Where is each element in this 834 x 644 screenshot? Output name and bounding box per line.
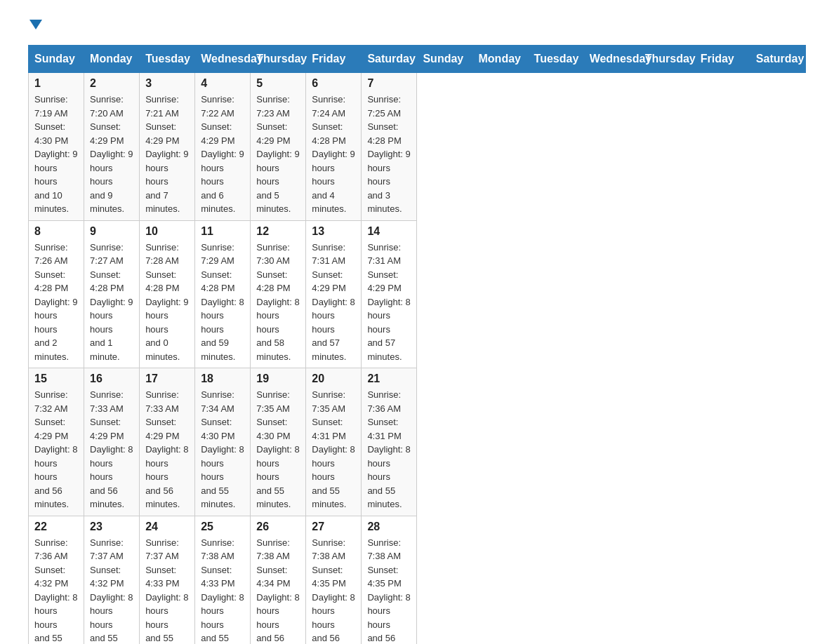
day-info: Sunrise: 7:38 AMSunset: 4:34 PMDaylight:… [256,536,300,645]
day-number: 8 [34,225,78,238]
day-number: 15 [34,373,78,385]
col-header-sunday: Sunday [29,46,84,73]
calendar-cell: 15 Sunrise: 7:32 AMSunset: 4:29 PMDaylig… [29,368,84,516]
week-row-4: 22 Sunrise: 7:36 AMSunset: 4:32 PMDaylig… [29,516,806,644]
day-number: 12 [256,225,300,238]
col-header-wednesday: Wednesday [195,46,251,73]
calendar-cell: 9 Sunrise: 7:27 AMSunset: 4:28 PMDayligh… [84,220,140,368]
logo [28,21,42,31]
day-number: 10 [145,225,189,238]
logo-triangle-icon [29,20,42,29]
day-info: Sunrise: 7:36 AMSunset: 4:32 PMDaylight:… [34,536,78,645]
calendar-cell: 17 Sunrise: 7:33 AMSunset: 4:29 PMDaylig… [140,368,195,516]
day-number: 7 [367,77,411,90]
day-info: Sunrise: 7:38 AMSunset: 4:35 PMDaylight:… [312,536,355,645]
week-row-3: 15 Sunrise: 7:32 AMSunset: 4:29 PMDaylig… [29,368,806,516]
day-info: Sunrise: 7:32 AMSunset: 4:29 PMDaylight:… [34,388,78,511]
day-info: Sunrise: 7:33 AMSunset: 4:29 PMDaylight:… [90,388,133,511]
calendar-cell: 2 Sunrise: 7:20 AMSunset: 4:29 PMDayligh… [84,73,140,221]
week-row-1: 1 Sunrise: 7:19 AMSunset: 4:30 PMDayligh… [29,73,806,221]
day-info: Sunrise: 7:33 AMSunset: 4:29 PMDaylight:… [145,388,189,511]
day-info: Sunrise: 7:37 AMSunset: 4:33 PMDaylight:… [145,536,189,645]
col-header-thursday: Thursday [251,46,306,73]
page-header [28,21,806,31]
day-number: 4 [201,77,244,90]
day-number: 9 [90,225,133,238]
calendar-cell: 3 Sunrise: 7:21 AMSunset: 4:29 PMDayligh… [140,73,195,221]
day-number: 16 [90,373,133,385]
col-header-wednesday: Wednesday [583,46,639,73]
day-number: 24 [145,521,189,533]
calendar-header-row: SundayMondayTuesdayWednesdayThursdayFrid… [29,46,806,73]
day-number: 6 [312,77,355,90]
day-number: 23 [90,521,133,533]
calendar-cell: 22 Sunrise: 7:36 AMSunset: 4:32 PMDaylig… [29,516,84,644]
day-number: 21 [367,373,411,385]
day-number: 22 [34,521,78,533]
logo-general [28,21,42,31]
day-number: 13 [312,225,355,238]
day-number: 3 [145,77,189,90]
day-number: 11 [201,225,244,238]
calendar-cell: 23 Sunrise: 7:37 AMSunset: 4:32 PMDaylig… [84,516,140,644]
day-info: Sunrise: 7:25 AMSunset: 4:28 PMDaylight:… [367,93,411,216]
day-info: Sunrise: 7:35 AMSunset: 4:30 PMDaylight:… [256,388,300,511]
calendar-cell: 6 Sunrise: 7:24 AMSunset: 4:28 PMDayligh… [306,73,362,221]
calendar-cell: 21 Sunrise: 7:36 AMSunset: 4:31 PMDaylig… [362,368,417,516]
calendar-cell: 11 Sunrise: 7:29 AMSunset: 4:28 PMDaylig… [195,220,251,368]
calendar-cell: 1 Sunrise: 7:19 AMSunset: 4:30 PMDayligh… [29,73,84,221]
calendar-cell: 27 Sunrise: 7:38 AMSunset: 4:35 PMDaylig… [306,516,362,644]
day-info: Sunrise: 7:36 AMSunset: 4:31 PMDaylight:… [367,388,411,511]
col-header-thursday: Thursday [639,46,694,73]
calendar-cell: 20 Sunrise: 7:35 AMSunset: 4:31 PMDaylig… [306,368,362,516]
day-info: Sunrise: 7:20 AMSunset: 4:29 PMDaylight:… [90,93,133,216]
day-info: Sunrise: 7:24 AMSunset: 4:28 PMDaylight:… [312,93,355,216]
day-number: 2 [90,77,133,90]
day-number: 17 [145,373,189,385]
day-info: Sunrise: 7:23 AMSunset: 4:29 PMDaylight:… [256,93,300,216]
day-info: Sunrise: 7:37 AMSunset: 4:32 PMDaylight:… [90,536,133,645]
day-info: Sunrise: 7:30 AMSunset: 4:28 PMDaylight:… [256,241,300,364]
day-info: Sunrise: 7:31 AMSunset: 4:29 PMDaylight:… [367,241,411,364]
day-info: Sunrise: 7:26 AMSunset: 4:28 PMDaylight:… [34,241,78,364]
calendar-table: SundayMondayTuesdayWednesdayThursdayFrid… [28,45,806,644]
day-info: Sunrise: 7:21 AMSunset: 4:29 PMDaylight:… [145,93,189,216]
calendar-cell: 13 Sunrise: 7:31 AMSunset: 4:29 PMDaylig… [306,220,362,368]
col-header-monday: Monday [472,46,528,73]
day-info: Sunrise: 7:19 AMSunset: 4:30 PMDaylight:… [34,93,78,216]
day-number: 20 [312,373,355,385]
col-header-saturday: Saturday [362,46,417,73]
day-info: Sunrise: 7:22 AMSunset: 4:29 PMDaylight:… [201,93,244,216]
calendar-cell: 10 Sunrise: 7:28 AMSunset: 4:28 PMDaylig… [140,220,195,368]
calendar-cell: 14 Sunrise: 7:31 AMSunset: 4:29 PMDaylig… [362,220,417,368]
day-number: 5 [256,77,300,90]
day-number: 27 [312,521,355,533]
calendar-cell: 18 Sunrise: 7:34 AMSunset: 4:30 PMDaylig… [195,368,251,516]
calendar-cell: 24 Sunrise: 7:37 AMSunset: 4:33 PMDaylig… [140,516,195,644]
day-info: Sunrise: 7:31 AMSunset: 4:29 PMDaylight:… [312,241,355,364]
col-header-sunday: Sunday [417,46,472,73]
calendar-cell: 28 Sunrise: 7:38 AMSunset: 4:35 PMDaylig… [362,516,417,644]
calendar-cell: 4 Sunrise: 7:22 AMSunset: 4:29 PMDayligh… [195,73,251,221]
calendar-cell: 25 Sunrise: 7:38 AMSunset: 4:33 PMDaylig… [195,516,251,644]
day-number: 1 [34,77,78,90]
day-info: Sunrise: 7:35 AMSunset: 4:31 PMDaylight:… [312,388,355,511]
day-number: 14 [367,225,411,238]
day-info: Sunrise: 7:34 AMSunset: 4:30 PMDaylight:… [201,388,244,511]
week-row-2: 8 Sunrise: 7:26 AMSunset: 4:28 PMDayligh… [29,220,806,368]
day-number: 19 [256,373,300,385]
calendar-cell: 5 Sunrise: 7:23 AMSunset: 4:29 PMDayligh… [251,73,306,221]
calendar-cell: 12 Sunrise: 7:30 AMSunset: 4:28 PMDaylig… [251,220,306,368]
day-number: 26 [256,521,300,533]
day-info: Sunrise: 7:38 AMSunset: 4:35 PMDaylight:… [367,536,411,645]
day-number: 28 [367,521,411,533]
day-info: Sunrise: 7:29 AMSunset: 4:28 PMDaylight:… [201,241,244,364]
calendar-cell: 8 Sunrise: 7:26 AMSunset: 4:28 PMDayligh… [29,220,84,368]
day-number: 25 [201,521,244,533]
calendar-cell: 26 Sunrise: 7:38 AMSunset: 4:34 PMDaylig… [251,516,306,644]
day-info: Sunrise: 7:38 AMSunset: 4:33 PMDaylight:… [201,536,244,645]
col-header-saturday: Saturday [750,46,805,73]
col-header-tuesday: Tuesday [140,46,195,73]
col-header-friday: Friday [306,46,362,73]
day-info: Sunrise: 7:28 AMSunset: 4:28 PMDaylight:… [145,241,189,364]
